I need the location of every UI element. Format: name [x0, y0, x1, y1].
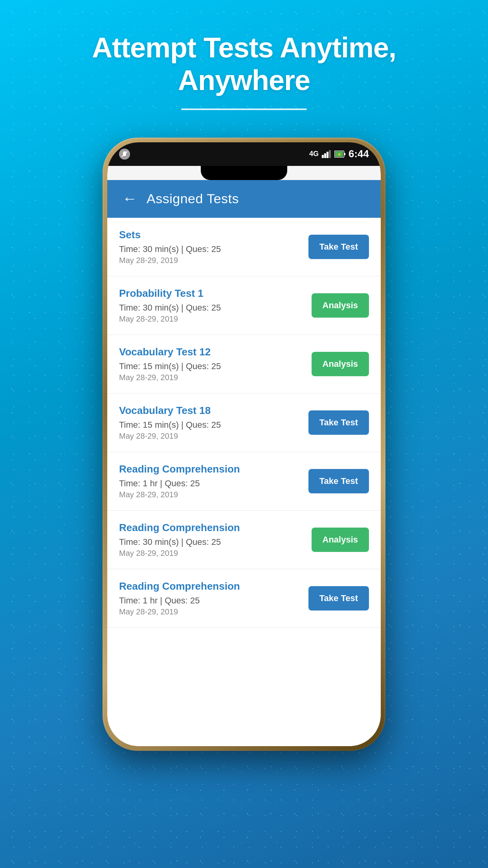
test-meta-3: Time: 15 min(s) | Ques: 25 — [119, 361, 304, 371]
test-meta-5: Time: 1 hr | Ques: 25 — [119, 478, 301, 489]
test-info-3: Vocabulary Test 12 Time: 15 min(s) | Que… — [119, 346, 312, 382]
test-item-3: Vocabulary Test 12 Time: 15 min(s) | Que… — [107, 335, 381, 394]
test-date-1: May 28-29, 2019 — [119, 256, 301, 265]
take-test-button-4[interactable]: Take Test — [308, 410, 369, 435]
test-info-4: Vocabulary Test 18 Time: 15 min(s) | Que… — [119, 405, 308, 441]
status-right: 4G ⚡ 6:44 — [309, 148, 369, 160]
test-info-6: Reading Comprehension Time: 30 min(s) | … — [119, 522, 312, 558]
phone-inner-frame: 4G ⚡ 6:44 — [107, 142, 381, 746]
analysis-button-3[interactable]: Analysis — [312, 352, 369, 376]
test-name-4: Vocabulary Test 18 — [119, 405, 301, 417]
test-date-4: May 28-29, 2019 — [119, 432, 301, 441]
take-test-button-7[interactable]: Take Test — [308, 586, 369, 611]
test-info-2: Probability Test 1 Time: 30 min(s) | Que… — [119, 287, 312, 324]
test-meta-6: Time: 30 min(s) | Ques: 25 — [119, 537, 304, 547]
app-bar: ← Assigned Tests — [107, 180, 381, 218]
test-item-2: Probability Test 1 Time: 30 min(s) | Que… — [107, 276, 381, 335]
mute-icon — [119, 149, 130, 160]
status-left — [119, 149, 130, 160]
svg-rect-2 — [324, 153, 326, 158]
test-date-3: May 28-29, 2019 — [119, 373, 304, 382]
notch — [201, 166, 287, 180]
analysis-button-6[interactable]: Analysis — [312, 528, 369, 552]
test-name-3: Vocabulary Test 12 — [119, 346, 304, 358]
page-header: Attempt Tests Anytime, Anywhere — [0, 0, 488, 122]
test-name-5: Reading Comprehension — [119, 463, 301, 475]
signal-indicator: 4G — [309, 150, 319, 158]
take-test-button-5[interactable]: Take Test — [308, 469, 369, 493]
test-date-5: May 28-29, 2019 — [119, 490, 301, 499]
test-date-2: May 28-29, 2019 — [119, 314, 304, 324]
test-info-7: Reading Comprehension Time: 1 hr | Ques:… — [119, 580, 308, 616]
test-item-6: Reading Comprehension Time: 30 min(s) | … — [107, 511, 381, 569]
test-name-1: Sets — [119, 229, 301, 241]
phone-screen: 4G ⚡ 6:44 — [107, 142, 381, 746]
test-info-5: Reading Comprehension Time: 1 hr | Ques:… — [119, 463, 308, 499]
back-button[interactable]: ← — [119, 187, 140, 210]
battery-icon: ⚡ — [334, 151, 345, 158]
test-name-7: Reading Comprehension — [119, 580, 301, 592]
status-bar: 4G ⚡ 6:44 — [107, 142, 381, 166]
test-meta-7: Time: 1 hr | Ques: 25 — [119, 596, 301, 606]
svg-rect-7 — [344, 153, 345, 155]
test-date-7: May 28-29, 2019 — [119, 607, 301, 616]
phone-mockup: 4G ⚡ 6:44 — [103, 138, 385, 751]
status-time: 6:44 — [349, 148, 369, 160]
test-list: Sets Time: 30 min(s) | Ques: 25 May 28-2… — [107, 218, 381, 746]
test-meta-4: Time: 15 min(s) | Ques: 25 — [119, 420, 301, 430]
svg-rect-3 — [327, 152, 328, 158]
svg-rect-4 — [329, 150, 331, 158]
test-meta-1: Time: 30 min(s) | Ques: 25 — [119, 244, 301, 254]
test-item-7: Reading Comprehension Time: 1 hr | Ques:… — [107, 569, 381, 628]
signal-bars-icon — [322, 150, 331, 158]
svg-text:⚡: ⚡ — [337, 152, 342, 157]
header-divider — [181, 108, 307, 110]
svg-rect-1 — [322, 155, 324, 158]
app-bar-title: Assigned Tests — [147, 191, 239, 206]
test-date-6: May 28-29, 2019 — [119, 549, 304, 558]
test-name-2: Probability Test 1 — [119, 287, 304, 300]
phone-outer-frame: 4G ⚡ 6:44 — [103, 138, 385, 751]
analysis-button-2[interactable]: Analysis — [312, 293, 369, 318]
test-item-1: Sets Time: 30 min(s) | Ques: 25 May 28-2… — [107, 218, 381, 276]
test-meta-2: Time: 30 min(s) | Ques: 25 — [119, 303, 304, 313]
test-info-1: Sets Time: 30 min(s) | Ques: 25 May 28-2… — [119, 229, 308, 265]
test-name-6: Reading Comprehension — [119, 522, 304, 534]
test-item-4: Vocabulary Test 18 Time: 15 min(s) | Que… — [107, 394, 381, 452]
take-test-button-1[interactable]: Take Test — [308, 235, 369, 259]
test-item-5: Reading Comprehension Time: 1 hr | Ques:… — [107, 452, 381, 511]
page-background-title: Attempt Tests Anytime, Anywhere — [24, 31, 464, 97]
